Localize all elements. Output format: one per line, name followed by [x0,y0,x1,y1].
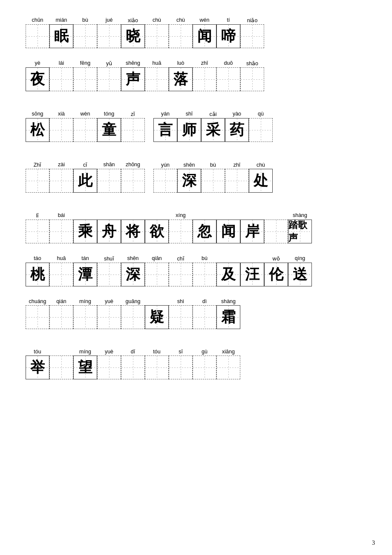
char-box [225,169,249,193]
char-box [193,356,216,379]
char-box: 深 [177,169,201,193]
char-box [49,169,73,193]
char-box: 言 [153,118,177,142]
char-box: 忽 [193,220,216,243]
char-box [26,169,49,193]
char-box [169,24,193,48]
char-box [49,118,73,142]
char-box [97,24,121,48]
char-box [121,305,145,329]
char-box: 采 [201,118,225,142]
char-box [49,356,73,379]
char-box: 乘 [73,220,97,243]
section-3b: yán shī cǎi yào qù 言 师 采 药 [153,111,273,142]
char-box [193,67,216,91]
char-row-7: 疑 霜 [26,305,366,329]
char-box [145,67,169,91]
char-box [26,24,49,48]
char-box: 深 [121,263,145,286]
section-4: Zhǐ zài cǐ shān zhōng 此 yún shēn bù zhī … [26,162,366,193]
section-3a: sōng xià wèn tóng zǐ 松 童 [26,111,145,142]
char-box [49,67,73,91]
char-box: 闻 [216,220,240,243]
char-box [97,67,121,91]
char-box [97,305,121,329]
char-row-2: 夜 声 落 [26,67,366,91]
char-box: 桃 [26,263,49,286]
char-box: 岸 [240,220,264,243]
section-6: táo huā tán shuǐ shēn qiān chǐ bú wǒ qín… [26,255,366,286]
char-box [97,169,121,193]
char-box [49,220,73,243]
char-box [73,305,97,329]
char-box: 师 [177,118,201,142]
char-box: 处 [249,169,273,193]
char-box: 声 [121,67,145,91]
char-box [26,220,49,243]
char-box [201,169,225,193]
char-box: 欲 [145,220,169,243]
char-box [73,24,97,48]
char-box [97,263,121,286]
char-box: 闻 [193,24,216,48]
char-box: 望 [73,356,97,379]
char-box: 松 [26,118,49,142]
char-box: 此 [73,169,97,193]
char-box [153,169,177,193]
section-5: lǐ bái xíng shàng 乘 舟 将 欲 忽 闻 岸 踏歌声 [26,212,366,243]
char-box: 伦 [264,263,288,286]
char-box [193,305,216,329]
char-box [49,263,73,286]
char-box [216,67,240,91]
section-8: tóu míng yuè dī tóu sī gù xiāng 举 望 [26,349,366,379]
char-row-5: 乘 舟 将 欲 忽 闻 岸 踏歌声 [26,220,366,243]
char-box: 舟 [97,220,121,243]
pinyin-row-2: yè lái fēng yǔ shēng huā luò zhī duō shǎ… [26,60,366,66]
char-box [216,356,240,379]
char-box [121,169,145,193]
char-box [249,118,273,142]
char-row-3a: 松 童 [26,118,145,142]
char-box: 落 [169,67,193,91]
char-box [97,356,121,379]
char-box: 踏歌声 [288,220,312,243]
char-box [193,263,216,286]
page-number: 3 [372,540,375,546]
char-box: 啼 [216,24,240,48]
char-box [169,356,193,379]
char-row-4a: 此 [26,169,145,193]
char-row-1: 眠 晓 闻 啼 [26,24,366,48]
char-box: 药 [225,118,249,142]
section-4a: Zhǐ zài cǐ shān zhōng 此 [26,162,145,193]
char-box: 将 [121,220,145,243]
char-row-8: 举 望 [26,356,366,379]
char-box [264,220,288,243]
section-3: sōng xià wèn tóng zǐ 松 童 yán shī cǎi yào… [26,111,366,142]
char-box [240,24,264,48]
char-box [73,67,97,91]
char-box [73,118,97,142]
char-box [145,24,169,48]
section-4b: yún shēn bù zhī chù 深 处 [153,162,273,193]
char-row-6: 桃 潭 深 及 汪 伦 送 [26,263,366,286]
char-box: 晓 [121,24,145,48]
char-box: 夜 [26,67,49,91]
char-row-4b: 深 处 [153,169,273,193]
char-box [49,305,73,329]
char-box: 童 [97,118,121,142]
char-box [169,305,193,329]
char-row-3b: 言 师 采 药 [153,118,273,142]
char-box [26,305,49,329]
char-box: 眠 [49,24,73,48]
char-box: 及 [216,263,240,286]
char-box [169,263,193,286]
char-box [121,356,145,379]
char-box: 送 [288,263,312,286]
char-box [169,220,193,243]
pinyin-row-1: chūn mián bù jué xiǎo chù chù wén tí niǎ… [26,17,366,23]
char-box: 疑 [145,305,169,329]
char-box [145,356,169,379]
section-7: chuáng qián míng yuè guāng shì dì shàng … [26,298,366,329]
char-box: 霜 [216,305,240,329]
char-box [145,263,169,286]
